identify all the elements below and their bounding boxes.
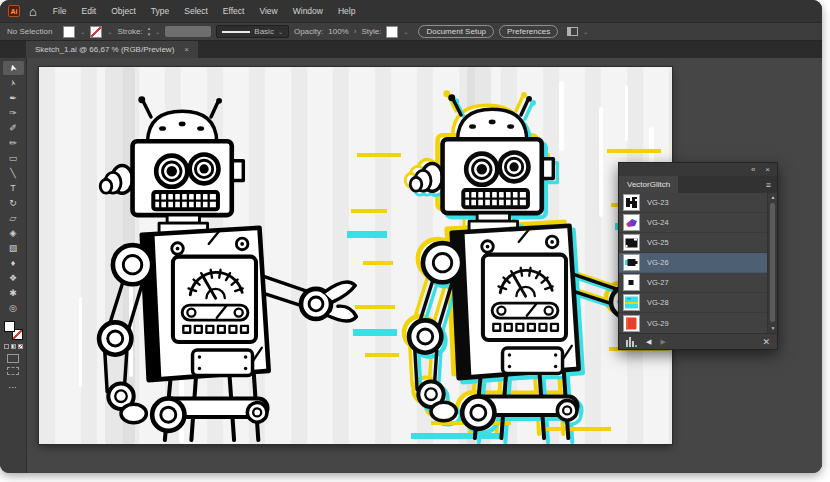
menu-help[interactable]: Help [338, 6, 355, 16]
document-close-icon[interactable]: × [184, 45, 189, 54]
variable-width-field[interactable] [165, 26, 211, 37]
zoom-tool[interactable]: ◎ [3, 301, 24, 315]
scroll-up-icon[interactable]: ▲ [768, 193, 778, 202]
rectangle-tool[interactable]: ▭ [3, 151, 24, 165]
rotate-tool[interactable]: ↻ [3, 196, 24, 210]
home-icon[interactable]: ⌂ [29, 5, 37, 18]
list-item-label: VG-28 [647, 298, 669, 307]
list-item-label: VG-23 [647, 198, 669, 207]
workspace-caret-icon[interactable]: ⌄ [583, 29, 588, 35]
panel-scrollbar[interactable]: ▲ ▼ [767, 193, 777, 333]
list-item-vg-29[interactable]: VG-29 [619, 313, 777, 333]
vg-28-thumbnail [624, 295, 639, 310]
menu-view[interactable]: View [259, 6, 277, 16]
menu-edit[interactable]: Edit [82, 6, 97, 16]
vg-25-thumbnail [624, 235, 639, 250]
list-item-vg-25[interactable]: VG-25 [619, 233, 777, 253]
scroll-down-icon[interactable]: ▼ [768, 324, 778, 333]
stroke-label: Stroke: [117, 27, 142, 36]
stepper-down-icon[interactable]: ▾ [148, 32, 151, 37]
paintbrush-tool[interactable]: ✐ [3, 121, 24, 135]
blend-tool[interactable]: ❖ [3, 271, 24, 285]
document-tab-bar: Sketch_1.ai @ 66,67 % (RGB/Preview) × [0, 41, 822, 58]
selection-tool[interactable]: ➤ [3, 61, 24, 75]
vg-23-thumbnail [624, 195, 639, 210]
list-item-label: VG-24 [647, 218, 669, 227]
app-window: Ai ⌂ File Edit Object Type Select Effect… [0, 0, 822, 473]
document-tab[interactable]: Sketch_1.ai @ 66,67 % (RGB/Preview) × [26, 41, 198, 58]
stroke-weight-caret-icon[interactable]: ⌄ [155, 29, 160, 35]
workspace-switcher-icon[interactable] [567, 27, 578, 36]
fill-caret-icon[interactable]: ⌄ [80, 29, 85, 35]
curvature-tool[interactable]: ✑ [3, 106, 24, 120]
stroke-caret-icon[interactable]: ⌄ [107, 29, 112, 35]
fill-stroke-indicator[interactable] [4, 321, 23, 340]
gradient-button[interactable] [11, 344, 16, 349]
symbol-sprayer-tool[interactable]: ✱ [3, 286, 24, 300]
artboard[interactable] [39, 67, 672, 444]
screen-mode-icon[interactable] [7, 367, 19, 375]
illustrator-app-icon: Ai [8, 5, 20, 17]
line-segment-tool[interactable]: ╲ [3, 166, 24, 180]
document-setup-button[interactable]: Document Setup [418, 25, 494, 38]
menu-type[interactable]: Type [151, 6, 169, 16]
list-item-label: VG-29 [647, 319, 669, 328]
list-item-vg-24[interactable]: VG-24 [619, 213, 777, 233]
menu-object[interactable]: Object [111, 6, 136, 16]
previous-page-icon[interactable]: ◀ [646, 338, 651, 346]
none-button[interactable] [18, 344, 23, 349]
gradient-tool[interactable]: ▧ [3, 241, 24, 255]
panel-list: VG-23 VG-24 VG-25 VG-26 VG-27 VG-28 [619, 193, 777, 333]
fill-indicator[interactable] [4, 321, 15, 332]
panel-menu-icon[interactable]: ≡ [766, 176, 777, 193]
brush-definition-dropdown[interactable]: Basic ⌄ [216, 25, 289, 38]
list-item-label: VG-25 [647, 238, 669, 247]
style-caret-icon[interactable]: ⌄ [403, 29, 408, 35]
color-mode-buttons [4, 344, 23, 349]
edit-toolbar-icon[interactable]: … [8, 380, 18, 390]
shape-builder-tool[interactable]: ◈ [3, 226, 24, 240]
menu-file[interactable]: File [53, 6, 67, 16]
brush-stroke-preview [222, 31, 250, 33]
vg-26-thumbnail [624, 255, 639, 270]
type-tool[interactable]: T [3, 181, 24, 195]
direct-selection-tool[interactable]: ➢ [3, 76, 24, 90]
stroke-weight-stepper[interactable]: ▴ ▾ [148, 26, 151, 37]
scale-tool[interactable]: ▱ [3, 211, 24, 225]
titlebar: Ai ⌂ File Edit Object Type Select Effect… [0, 0, 822, 22]
control-bar: No Selection ⌄ ⌄ Stroke: ▴ ▾ ⌄ Basic ⌄ O… [0, 22, 822, 41]
collapse-to-icons-icon[interactable]: « [751, 166, 755, 174]
glitch-library-icon[interactable] [626, 337, 637, 347]
list-item-vg-28[interactable]: VG-28 [619, 293, 777, 313]
style-swatch[interactable] [386, 26, 398, 38]
opacity-label: Opacity: [294, 27, 323, 36]
opacity-value[interactable]: 100% [328, 27, 348, 36]
menu-select[interactable]: Select [184, 6, 208, 16]
opacity-caret-icon[interactable]: › [354, 28, 357, 36]
list-item-vg-23[interactable]: VG-23 [619, 193, 777, 213]
pencil-tool[interactable]: ✏ [3, 136, 24, 150]
shuffle-icon[interactable]: ✕ [762, 337, 770, 347]
menu-effect[interactable]: Effect [223, 6, 245, 16]
panel-tab-vectorglitch[interactable]: VectorGlitch [619, 176, 678, 193]
pen-tool[interactable]: ✒ [3, 91, 24, 105]
scrollbar-thumb[interactable] [770, 203, 775, 322]
eyedropper-tool[interactable]: ♦ [3, 256, 24, 270]
menubar: File Edit Object Type Select Effect View… [53, 6, 356, 16]
color-button[interactable] [4, 344, 9, 349]
robot-artwork-original[interactable] [61, 93, 361, 441]
next-page-icon[interactable]: ▶ [660, 338, 665, 346]
panel-close-icon[interactable]: × [765, 166, 770, 174]
list-item-label: VG-26 [647, 258, 669, 267]
tools-panel: ➤ ➢ ✒ ✑ ✐ ✏ ▭ ╲ T ↻ ▱ ◈ ▧ ♦ ❖ ✱ ◎ [0, 58, 27, 473]
vg-24-thumbnail [624, 215, 639, 230]
list-item-vg-27[interactable]: VG-27 [619, 273, 777, 293]
menu-window[interactable]: Window [293, 6, 323, 16]
drawing-mode-icon[interactable] [7, 354, 19, 363]
stroke-color-swatch[interactable] [90, 26, 102, 38]
vg-29-thumbnail [624, 316, 639, 331]
fill-color-swatch[interactable] [63, 26, 75, 38]
list-item-vg-26-selected[interactable]: VG-26 [619, 253, 777, 273]
preferences-button[interactable]: Preferences [499, 25, 558, 38]
brush-name: Basic [254, 27, 274, 36]
